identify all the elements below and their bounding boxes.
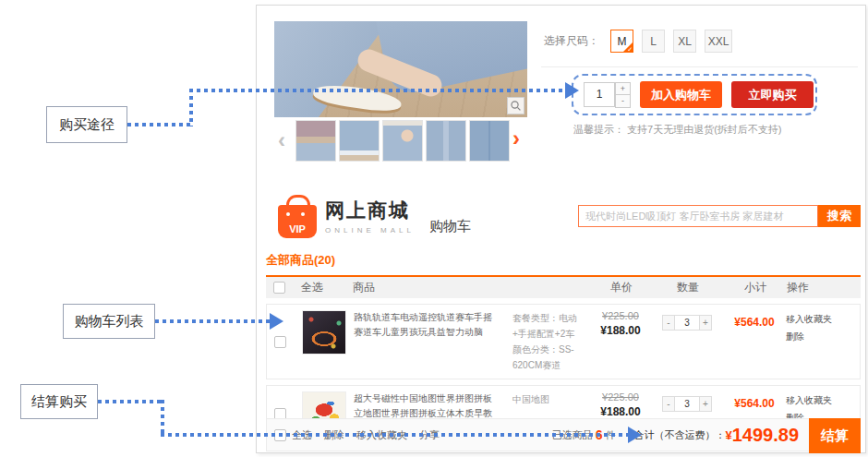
total-currency: ¥ bbox=[725, 428, 731, 442]
annotation-connector bbox=[189, 89, 193, 126]
product-title-link[interactable]: 路轨轨道车电动遥控轨道赛车手摇赛道车儿童男孩玩具益智力动脑 bbox=[354, 310, 512, 373]
move-to-favorites-link[interactable]: 移入收藏夹 bbox=[786, 310, 852, 328]
annotation-cart-list: 购物车列表 bbox=[63, 304, 155, 339]
quantity-increase-button[interactable]: + bbox=[615, 82, 631, 95]
row-qty-increase-button[interactable]: + bbox=[699, 396, 712, 412]
size-label: 选择尺码： bbox=[544, 33, 599, 49]
size-chip-m[interactable]: M bbox=[610, 30, 633, 53]
header-quantity: 数量 bbox=[652, 280, 724, 295]
tab-all-products[interactable]: 全部商品(20) bbox=[266, 253, 335, 267]
row-checkbox[interactable] bbox=[274, 336, 286, 348]
current-price: ¥188.00 bbox=[590, 324, 651, 337]
row-qty-decrease-button[interactable]: - bbox=[662, 396, 675, 412]
vip-bag-logo-icon: VIP bbox=[278, 205, 317, 238]
row-subtotal: ¥564.00 bbox=[723, 316, 786, 329]
row-qty-value[interactable]: 3 bbox=[675, 315, 699, 331]
thumbnail-2[interactable] bbox=[339, 120, 380, 162]
product-main-photo bbox=[274, 21, 527, 117]
product-attributes: 套餐类型：电动+手摇配置+2车 颜色分类：SS-620CM赛道 bbox=[512, 310, 590, 373]
size-chip-l[interactable]: L bbox=[642, 30, 665, 53]
header-operation: 操作 bbox=[787, 280, 853, 295]
carousel-prev-icon[interactable]: ‹ bbox=[278, 129, 285, 151]
brand-title: 网上商城 bbox=[325, 198, 415, 223]
annotation-connector bbox=[161, 433, 630, 437]
row-qty-decrease-button[interactable]: - bbox=[662, 315, 675, 331]
annotation-checkout: 结算购买 bbox=[20, 384, 98, 419]
row-quantity-stepper: - 3 + bbox=[662, 396, 712, 412]
quantity-input[interactable]: 1 bbox=[584, 82, 615, 107]
header-subtotal: 小计 bbox=[724, 280, 787, 295]
delete-link[interactable]: 删除 bbox=[786, 328, 852, 345]
row-subtotal: ¥564.00 bbox=[723, 397, 786, 410]
quantity-stepper: 1 + - bbox=[584, 82, 631, 108]
return-policy-tips: 温馨提示： 支持7天无理由退货(拆封后不支持) bbox=[573, 123, 782, 137]
original-price: ¥225.00 bbox=[590, 391, 651, 403]
divider bbox=[541, 66, 858, 67]
add-to-cart-button[interactable]: 加入购物车 bbox=[640, 81, 722, 108]
total-amount: 1499.89 bbox=[732, 425, 799, 446]
cart-table-header: 全选 商品 单价 数量 小计 操作 bbox=[266, 277, 861, 298]
search-button[interactable]: 搜索 bbox=[818, 205, 861, 227]
brand-subtitle: ONLINE MALL bbox=[325, 226, 415, 235]
size-chip-xl[interactable]: XL bbox=[673, 30, 696, 53]
cart-tab-row: 全部商品(20) bbox=[266, 251, 861, 277]
current-price: ¥188.00 bbox=[590, 405, 651, 418]
annotation-connector bbox=[155, 319, 271, 323]
carousel-next-icon[interactable]: › bbox=[512, 127, 520, 150]
photo-art-sandal bbox=[312, 81, 403, 114]
annotation-connector bbox=[161, 400, 164, 437]
brand-text: 网上商城 ONLINE MALL bbox=[325, 198, 415, 235]
total-label: 合计（不含运费）： bbox=[633, 428, 725, 442]
screenshot-root: ‹ › 选择尺码： M L XL XXL 1 + bbox=[0, 0, 868, 457]
shop-panel: ‹ › 选择尺码： M L XL XXL 1 + bbox=[256, 5, 866, 453]
annotation-label: 结算购买 bbox=[31, 393, 87, 411]
thumbnail-1[interactable] bbox=[295, 120, 336, 162]
annotation-arrow-icon bbox=[565, 82, 579, 99]
header-select-all: 全选 bbox=[301, 280, 353, 295]
header-unit-price: 单价 bbox=[591, 280, 652, 295]
magnifier-icon[interactable] bbox=[507, 97, 524, 114]
search-bar: 搜索 bbox=[578, 205, 861, 227]
select-all-checkbox[interactable] bbox=[273, 282, 285, 294]
annotation-connector bbox=[98, 400, 164, 403]
header-product: 商品 bbox=[353, 280, 512, 295]
product-image-race-track[interactable] bbox=[302, 310, 346, 355]
size-selector: 选择尺码： M L XL XXL bbox=[544, 30, 732, 53]
brand-row: VIP 网上商城 ONLINE MALL 购物车 搜索 bbox=[257, 188, 865, 244]
thumbnail-3[interactable] bbox=[382, 120, 423, 162]
row-qty-value[interactable]: 3 bbox=[675, 396, 699, 412]
thumbnail-5[interactable] bbox=[469, 120, 510, 162]
buy-now-button[interactable]: 立即购买 bbox=[731, 81, 814, 108]
page-title: 购物车 bbox=[429, 218, 471, 235]
buy-actions-highlight-box: 1 + - 加入购物车 立即购买 bbox=[572, 74, 817, 115]
checkout-button[interactable]: 结算 bbox=[809, 418, 861, 453]
row-quantity-stepper: - 3 + bbox=[662, 315, 712, 331]
annotation-arrow-icon bbox=[628, 427, 642, 443]
annotation-purchase-path: 购买途径 bbox=[46, 106, 127, 143]
search-input[interactable] bbox=[578, 205, 818, 227]
size-chip-xxl[interactable]: XXL bbox=[705, 30, 732, 53]
original-price: ¥225.00 bbox=[590, 310, 651, 321]
annotation-connector bbox=[127, 123, 192, 126]
thumbnail-4[interactable] bbox=[426, 120, 466, 162]
row-qty-increase-button[interactable]: + bbox=[699, 315, 712, 331]
annotation-label: 购买途径 bbox=[59, 116, 115, 134]
annotation-connector bbox=[189, 89, 565, 92]
move-to-favorites-link[interactable]: 移入收藏夹 bbox=[786, 391, 852, 409]
cart-row: 路轨轨道车电动遥控轨道赛车手摇赛道车儿童男孩玩具益智力动脑 套餐类型：电动+手摇… bbox=[266, 304, 861, 379]
annotation-label: 购物车列表 bbox=[75, 313, 144, 331]
quantity-decrease-button[interactable]: - bbox=[615, 95, 631, 108]
thumbnail-strip bbox=[295, 120, 510, 162]
annotation-arrow-icon bbox=[270, 313, 283, 330]
